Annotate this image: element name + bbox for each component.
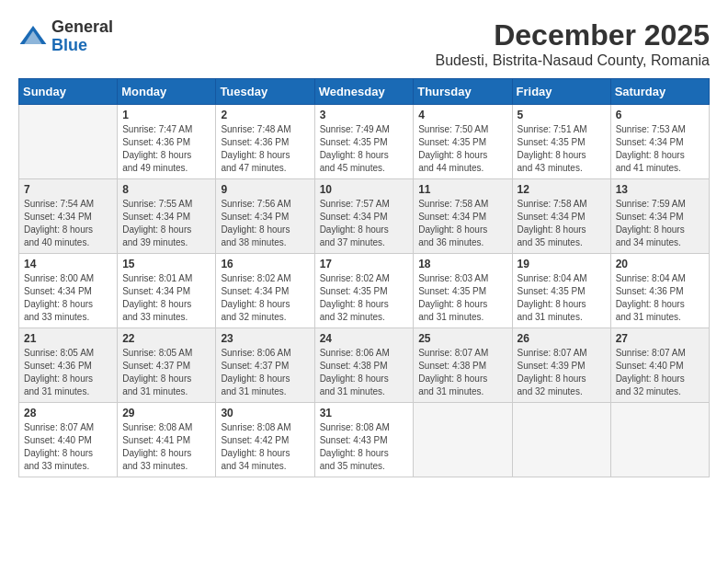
calendar-cell: 21Sunrise: 8:05 AMSunset: 4:36 PMDayligh… bbox=[19, 328, 118, 403]
calendar-cell: 5Sunrise: 7:51 AMSunset: 4:35 PMDaylight… bbox=[512, 105, 610, 179]
day-number: 11 bbox=[418, 183, 506, 196]
day-number: 1 bbox=[122, 109, 210, 121]
day-number: 29 bbox=[122, 407, 210, 419]
logo-icon bbox=[18, 22, 48, 52]
day-number: 24 bbox=[320, 332, 409, 345]
day-number: 2 bbox=[221, 109, 309, 121]
day-number: 6 bbox=[616, 109, 704, 121]
calendar-cell: 11Sunrise: 7:58 AMSunset: 4:34 PMDayligh… bbox=[414, 179, 512, 254]
day-number: 14 bbox=[24, 258, 112, 270]
calendar-cell: 18Sunrise: 8:03 AMSunset: 4:35 PMDayligh… bbox=[414, 254, 512, 328]
calendar-table: SundayMondayTuesdayWednesdayThursdayFrid… bbox=[18, 78, 710, 477]
day-info: Sunrise: 7:56 AMSunset: 4:34 PMDaylight:… bbox=[221, 198, 309, 249]
calendar-cell: 4Sunrise: 7:50 AMSunset: 4:35 PMDaylight… bbox=[414, 105, 512, 179]
month-title: December 2025 bbox=[435, 18, 710, 52]
calendar-cell: 22Sunrise: 8:05 AMSunset: 4:37 PMDayligh… bbox=[118, 328, 216, 403]
day-info: Sunrise: 7:47 AMSunset: 4:36 PMDaylight:… bbox=[122, 123, 210, 175]
calendar-cell: 28Sunrise: 8:07 AMSunset: 4:40 PMDayligh… bbox=[19, 403, 118, 477]
calendar-cell: 6Sunrise: 7:53 AMSunset: 4:34 PMDaylight… bbox=[610, 105, 709, 179]
day-number: 17 bbox=[320, 258, 409, 270]
day-number: 26 bbox=[518, 332, 606, 345]
day-number: 18 bbox=[418, 258, 506, 270]
calendar-week-row: 14Sunrise: 8:00 AMSunset: 4:34 PMDayligh… bbox=[19, 254, 710, 328]
day-number: 21 bbox=[24, 332, 112, 345]
calendar-week-row: 28Sunrise: 8:07 AMSunset: 4:40 PMDayligh… bbox=[19, 403, 710, 477]
calendar-week-row: 21Sunrise: 8:05 AMSunset: 4:36 PMDayligh… bbox=[19, 328, 710, 403]
day-header-wednesday: Wednesday bbox=[314, 79, 414, 105]
day-info: Sunrise: 7:53 AMSunset: 4:34 PMDaylight:… bbox=[616, 123, 704, 175]
day-info: Sunrise: 7:57 AMSunset: 4:34 PMDaylight:… bbox=[320, 198, 409, 249]
day-header-sunday: Sunday bbox=[19, 79, 118, 105]
calendar-cell: 14Sunrise: 8:00 AMSunset: 4:34 PMDayligh… bbox=[19, 254, 118, 328]
day-number: 4 bbox=[418, 109, 506, 121]
calendar-cell: 26Sunrise: 8:07 AMSunset: 4:39 PMDayligh… bbox=[512, 328, 610, 403]
day-info: Sunrise: 8:07 AMSunset: 4:39 PMDaylight:… bbox=[518, 347, 606, 398]
day-info: Sunrise: 8:04 AMSunset: 4:35 PMDaylight:… bbox=[518, 272, 606, 324]
day-header-friday: Friday bbox=[512, 79, 610, 105]
day-info: Sunrise: 8:07 AMSunset: 4:38 PMDaylight:… bbox=[418, 347, 506, 398]
day-info: Sunrise: 7:51 AMSunset: 4:35 PMDaylight:… bbox=[518, 123, 606, 175]
calendar-cell: 7Sunrise: 7:54 AMSunset: 4:34 PMDaylight… bbox=[19, 179, 118, 254]
day-info: Sunrise: 8:08 AMSunset: 4:42 PMDaylight:… bbox=[221, 421, 309, 473]
calendar-header-row: SundayMondayTuesdayWednesdayThursdayFrid… bbox=[19, 79, 710, 105]
day-info: Sunrise: 8:05 AMSunset: 4:37 PMDaylight:… bbox=[122, 347, 210, 398]
day-info: Sunrise: 7:58 AMSunset: 4:34 PMDaylight:… bbox=[518, 198, 606, 249]
day-info: Sunrise: 8:08 AMSunset: 4:43 PMDaylight:… bbox=[320, 421, 409, 473]
day-number: 7 bbox=[24, 183, 112, 196]
calendar-cell: 17Sunrise: 8:02 AMSunset: 4:35 PMDayligh… bbox=[314, 254, 414, 328]
calendar-cell: 9Sunrise: 7:56 AMSunset: 4:34 PMDaylight… bbox=[216, 179, 314, 254]
calendar-cell: 20Sunrise: 8:04 AMSunset: 4:36 PMDayligh… bbox=[610, 254, 709, 328]
calendar-cell: 19Sunrise: 8:04 AMSunset: 4:35 PMDayligh… bbox=[512, 254, 610, 328]
calendar-cell bbox=[414, 403, 512, 477]
location-subtitle: Budesti, Bistrita-Nasaud County, Romania bbox=[435, 52, 710, 69]
logo-blue: Blue bbox=[51, 36, 87, 54]
day-info: Sunrise: 7:54 AMSunset: 4:34 PMDaylight:… bbox=[24, 198, 112, 249]
calendar-cell: 16Sunrise: 8:02 AMSunset: 4:34 PMDayligh… bbox=[216, 254, 314, 328]
day-info: Sunrise: 7:55 AMSunset: 4:34 PMDaylight:… bbox=[122, 198, 210, 249]
day-number: 31 bbox=[320, 407, 409, 419]
day-number: 28 bbox=[24, 407, 112, 419]
calendar-cell: 1Sunrise: 7:47 AMSunset: 4:36 PMDaylight… bbox=[118, 105, 216, 179]
page-header: General Blue December 2025 Budesti, Bist… bbox=[18, 18, 710, 69]
day-info: Sunrise: 8:04 AMSunset: 4:36 PMDaylight:… bbox=[616, 272, 704, 324]
day-info: Sunrise: 8:00 AMSunset: 4:34 PMDaylight:… bbox=[24, 272, 112, 324]
day-info: Sunrise: 7:59 AMSunset: 4:34 PMDaylight:… bbox=[616, 198, 704, 249]
day-number: 3 bbox=[320, 109, 409, 121]
calendar-cell bbox=[512, 403, 610, 477]
calendar-cell: 23Sunrise: 8:06 AMSunset: 4:37 PMDayligh… bbox=[216, 328, 314, 403]
day-info: Sunrise: 8:02 AMSunset: 4:35 PMDaylight:… bbox=[320, 272, 409, 324]
day-number: 5 bbox=[518, 109, 606, 121]
day-number: 10 bbox=[320, 183, 409, 196]
day-number: 20 bbox=[616, 258, 704, 270]
calendar-cell: 30Sunrise: 8:08 AMSunset: 4:42 PMDayligh… bbox=[216, 403, 314, 477]
day-number: 15 bbox=[122, 258, 210, 270]
day-info: Sunrise: 8:06 AMSunset: 4:37 PMDaylight:… bbox=[221, 347, 309, 398]
day-number: 25 bbox=[418, 332, 506, 345]
day-number: 23 bbox=[221, 332, 309, 345]
day-number: 16 bbox=[221, 258, 309, 270]
day-number: 22 bbox=[122, 332, 210, 345]
day-info: Sunrise: 8:07 AMSunset: 4:40 PMDaylight:… bbox=[616, 347, 704, 398]
calendar-cell: 25Sunrise: 8:07 AMSunset: 4:38 PMDayligh… bbox=[414, 328, 512, 403]
day-info: Sunrise: 8:06 AMSunset: 4:38 PMDaylight:… bbox=[320, 347, 409, 398]
calendar-cell: 12Sunrise: 7:58 AMSunset: 4:34 PMDayligh… bbox=[512, 179, 610, 254]
day-number: 12 bbox=[518, 183, 606, 196]
day-info: Sunrise: 7:50 AMSunset: 4:35 PMDaylight:… bbox=[418, 123, 506, 175]
calendar-cell: 24Sunrise: 8:06 AMSunset: 4:38 PMDayligh… bbox=[314, 328, 414, 403]
calendar-cell: 8Sunrise: 7:55 AMSunset: 4:34 PMDaylight… bbox=[118, 179, 216, 254]
calendar-week-row: 7Sunrise: 7:54 AMSunset: 4:34 PMDaylight… bbox=[19, 179, 710, 254]
calendar-cell: 15Sunrise: 8:01 AMSunset: 4:34 PMDayligh… bbox=[118, 254, 216, 328]
calendar-cell: 29Sunrise: 8:08 AMSunset: 4:41 PMDayligh… bbox=[118, 403, 216, 477]
day-info: Sunrise: 7:58 AMSunset: 4:34 PMDaylight:… bbox=[418, 198, 506, 249]
logo-general: General bbox=[51, 17, 113, 36]
calendar-cell: 27Sunrise: 8:07 AMSunset: 4:40 PMDayligh… bbox=[610, 328, 709, 403]
day-number: 27 bbox=[616, 332, 704, 345]
calendar-cell: 10Sunrise: 7:57 AMSunset: 4:34 PMDayligh… bbox=[314, 179, 414, 254]
calendar-cell bbox=[610, 403, 709, 477]
calendar-cell: 3Sunrise: 7:49 AMSunset: 4:35 PMDaylight… bbox=[314, 105, 414, 179]
day-info: Sunrise: 8:02 AMSunset: 4:34 PMDaylight:… bbox=[221, 272, 309, 324]
day-info: Sunrise: 8:07 AMSunset: 4:40 PMDaylight:… bbox=[24, 421, 112, 473]
calendar-week-row: 1Sunrise: 7:47 AMSunset: 4:36 PMDaylight… bbox=[19, 105, 710, 179]
day-number: 9 bbox=[221, 183, 309, 196]
day-info: Sunrise: 8:08 AMSunset: 4:41 PMDaylight:… bbox=[122, 421, 210, 473]
